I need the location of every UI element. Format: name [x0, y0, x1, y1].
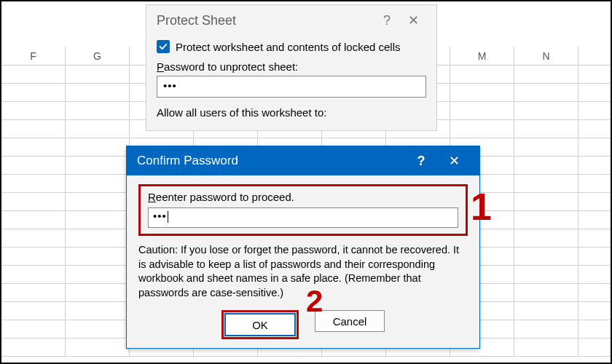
reenter-label: Reenter password to proceed. — [148, 191, 458, 203]
protect-titlebar[interactable]: Protect Sheet ? ✕ — [146, 5, 436, 33]
help-icon[interactable]: ? — [407, 154, 436, 169]
annotation-1: 1 — [471, 185, 492, 229]
checkmark-icon — [158, 41, 168, 52]
caution-text: Caution: If you lose or forget the passw… — [138, 243, 468, 300]
ok-button[interactable]: OK — [225, 314, 295, 336]
protect-sheet-dialog: Protect Sheet ? ✕ Protect worksheet and … — [146, 4, 437, 131]
protect-title: Protect Sheet — [157, 13, 374, 28]
reenter-password-input[interactable]: ••• — [148, 207, 458, 228]
cancel-button[interactable]: Cancel — [315, 310, 385, 332]
close-icon[interactable]: ✕ — [436, 153, 472, 169]
col-header[interactable]: F — [1, 47, 66, 65]
reenter-group-highlight: Reenter password to proceed. ••• — [138, 184, 468, 236]
password-label: Password to unprotect sheet: — [157, 60, 426, 73]
col-header[interactable]: G — [66, 47, 130, 65]
help-icon[interactable]: ? — [374, 13, 400, 28]
annotation-2: 2 — [306, 284, 323, 319]
confirm-password-dialog: Confirm Password ? ✕ Reenter password to… — [126, 146, 480, 349]
allow-users-label: Allow all users of this worksheet to: — [157, 106, 426, 119]
close-icon[interactable]: ✕ — [400, 12, 426, 28]
password-input[interactable]: ••• — [157, 76, 426, 98]
ok-button-highlight: OK — [221, 310, 299, 339]
protect-contents-label: Protect worksheet and contents of locked… — [176, 41, 401, 53]
confirm-titlebar[interactable]: Confirm Password ? ✕ — [127, 146, 479, 175]
text-caret — [168, 211, 168, 223]
confirm-title: Confirm Password — [137, 154, 407, 168]
protect-contents-checkbox[interactable] — [157, 40, 170, 53]
col-header[interactable]: M — [450, 47, 514, 65]
col-header[interactable]: N — [514, 47, 578, 65]
dialog-buttons: OK Cancel — [138, 310, 468, 339]
